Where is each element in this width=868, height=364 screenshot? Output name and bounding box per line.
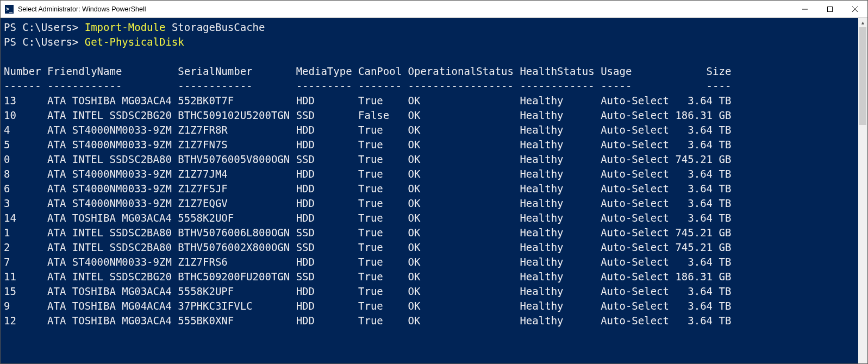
scroll-thumb[interactable]	[859, 27, 866, 125]
window-controls	[792, 1, 867, 17]
powershell-icon: >_	[5, 5, 14, 14]
svg-rect-1	[828, 7, 833, 11]
maximize-button[interactable]	[817, 1, 842, 17]
scroll-up-icon[interactable]: ▲	[858, 18, 867, 27]
close-button[interactable]	[842, 1, 867, 17]
terminal-output[interactable]: PS C:\Users> Import-Module StorageBusCac…	[1, 18, 858, 363]
window-titlebar: >_ Select Administrator: Windows PowerSh…	[1, 1, 867, 18]
vertical-scrollbar[interactable]: ▲	[858, 18, 867, 363]
window-title: Select Administrator: Windows PowerShell	[18, 5, 792, 13]
minimize-button[interactable]	[792, 1, 817, 17]
